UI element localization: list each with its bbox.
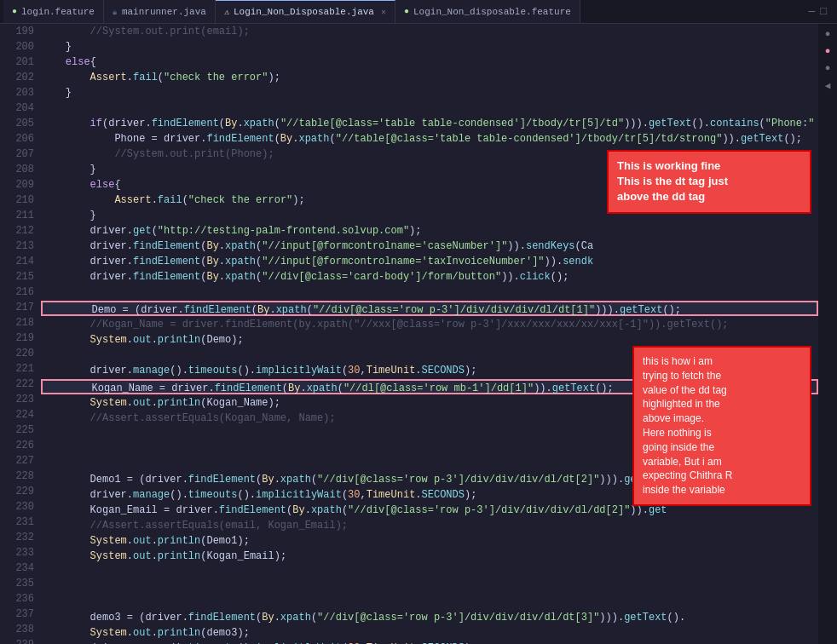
tab-label: Login_Non_disposable.feature	[413, 7, 571, 17]
tab-login-non-disposable-feature[interactable]: ● Login_Non_disposable.feature	[395, 0, 580, 23]
code-line-239: driver.manage().timeouts().implicitlyWai…	[41, 641, 818, 644]
code-line-238: System.out.println(demo3);	[41, 625, 818, 641]
code-line-234	[41, 564, 818, 579]
annotation-working-fine: This is working fineThis is the dt tag j…	[607, 150, 811, 214]
minimize-icon[interactable]: —	[808, 5, 815, 18]
code-line-216	[41, 285, 818, 300]
code-line-204	[41, 101, 818, 116]
code-line-218: //Kogan_Name = driver.findElement(by.xpa…	[41, 317, 818, 332]
code-line-202: Assert.fail("check the error");	[41, 70, 818, 85]
code-line-199: //System.out.print(email);	[41, 24, 818, 39]
annotation-dd-tag: this is how i amtrying to fetch thevalue…	[632, 346, 811, 506]
code-line-203: }	[41, 85, 818, 101]
code-line-200: }	[41, 39, 818, 55]
gutter-icon-2[interactable]: ●	[821, 44, 834, 58]
tab-label: login.feature	[21, 7, 95, 17]
tab-label: mainrunner.java	[122, 7, 206, 17]
code-line-201: else {	[41, 55, 818, 70]
line-numbers: 199 200 201 202 203 204 205 206 207 208 …	[0, 24, 41, 644]
tabs: ● login.feature ☕ mainrunner.java ⚠ Logi…	[3, 0, 580, 23]
code-line-236	[41, 595, 818, 610]
code-line-233: System.out.println(Kogan_Email);	[41, 549, 818, 564]
tab-bar: ● login.feature ☕ mainrunner.java ⚠ Logi…	[0, 0, 837, 24]
code-line-217: Demo = (driver.findElement(By.xpath("//d…	[41, 301, 818, 316]
code-line-237: demo3 = (driver.findElement(By.xpath("//…	[41, 610, 818, 625]
tab-login-non-disposable-java[interactable]: ⚠ Login_Non_Disposable.java ✕	[216, 0, 395, 23]
code-line-214: driver.findElement(By.xpath("//input[@fo…	[41, 254, 818, 269]
code-line-213: driver.findElement(By.xpath("//input[@fo…	[41, 239, 818, 254]
tab-login-feature[interactable]: ● login.feature	[3, 0, 104, 23]
code-line-215: driver.findElement(By.xpath("//div[@clas…	[41, 269, 818, 285]
editor: 199 200 201 202 203 204 205 206 207 208 …	[0, 24, 837, 644]
code-lines: //System.out.print(email); } else { Asse…	[41, 24, 818, 644]
code-line-231: //Assert.assertEquals(email, Kogan_Email…	[41, 518, 818, 533]
gutter-icon-1[interactable]: ●	[821, 27, 834, 41]
gutter-icon-4[interactable]: ◀	[821, 78, 834, 92]
code-line-212: driver.get("http://testing-palm-frontend…	[41, 223, 818, 239]
window-controls: — □	[808, 5, 834, 18]
code-content: This is working fineThis is the dt tag j…	[41, 24, 818, 644]
tab-label: Login_Non_Disposable.java	[234, 7, 374, 17]
code-line-235	[41, 579, 818, 595]
code-line-232: System.out.println(Demo1);	[41, 533, 818, 549]
gutter-icon-3[interactable]: ●	[821, 61, 834, 75]
tab-mainrunner[interactable]: ☕ mainrunner.java	[104, 0, 216, 23]
code-line-205: if(driver.findElement(By.xpath("//table[…	[41, 116, 818, 131]
code-line-206: Phone = driver.findElement(By.xpath("//t…	[41, 131, 818, 147]
close-icon[interactable]: ✕	[381, 7, 386, 17]
right-gutter: ● ● ● ◀	[818, 24, 837, 644]
maximize-icon[interactable]: □	[820, 5, 827, 18]
